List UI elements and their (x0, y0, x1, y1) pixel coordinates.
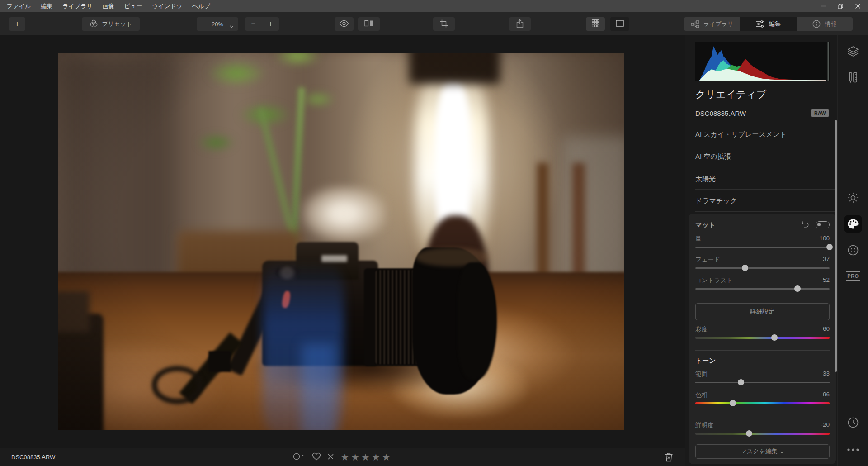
trash-icon[interactable] (665, 452, 673, 464)
divider (695, 416, 830, 416)
slider-track[interactable] (695, 264, 830, 271)
edit-mask-button[interactable]: マスクを編集 ⌄ (695, 444, 830, 459)
matte-enabled-toggle[interactable] (816, 221, 830, 228)
tab-label: 編集 (769, 20, 781, 28)
photo-canvas[interactable] (58, 53, 624, 430)
matte-tool-card: マット 量100フェード37コントラスト52 詳細設定 彩度60 トーン 範囲3… (689, 214, 836, 464)
slider-knob[interactable] (746, 430, 752, 437)
slider-track[interactable] (695, 379, 830, 386)
slider-knob[interactable] (771, 334, 778, 341)
slider-track[interactable] (695, 430, 830, 437)
matte-sliders: 量100フェード37コントラスト52 (695, 235, 830, 292)
slider-knob[interactable] (742, 265, 748, 271)
clear-rating-icon[interactable] (328, 453, 334, 461)
tool-item-2[interactable]: 太陽光 (695, 167, 835, 190)
rail-edit-tools-icon[interactable] (838, 68, 868, 86)
slider-row: 量100 (695, 235, 830, 251)
slider-label: 彩度 (695, 325, 708, 333)
histogram[interactable] (695, 42, 830, 81)
histogram-clipping-indicator (828, 42, 828, 81)
slider-knob[interactable] (794, 285, 801, 292)
panel-scrollbar[interactable] (835, 120, 837, 372)
slider-row: フェード37 (695, 256, 830, 271)
zoom-in-button[interactable]: + (262, 17, 279, 31)
close-icon[interactable] (854, 3, 861, 10)
slider-row: 彩度60 (695, 325, 830, 341)
main-area: DSC08835.ARW ★★★★★ クリエイティブ DSC08835.ARW … (0, 35, 868, 466)
slider-knob[interactable] (826, 244, 833, 250)
menu-item-6[interactable]: ヘルプ (187, 0, 215, 12)
library-icon (691, 20, 699, 28)
tab-info[interactable]: 情報 (797, 17, 853, 31)
chevron-down-icon (230, 23, 234, 29)
tab-library[interactable]: ライブラリ (684, 17, 740, 31)
menu-item-1[interactable]: 編集 (36, 0, 57, 12)
presets-venn-icon (90, 19, 98, 29)
menu-item-2[interactable]: ライブラリ (57, 0, 98, 12)
tool-item-3[interactable]: ドラマチック (695, 190, 835, 212)
edit-panel: クリエイティブ DSC08835.ARW RAW AI スカイ・リプレースメント… (685, 35, 837, 466)
rail-history-clock-icon[interactable] (838, 414, 868, 432)
reset-undo-icon[interactable] (801, 220, 809, 229)
menu-item-3[interactable]: 画像 (98, 0, 119, 12)
maximize-icon[interactable] (837, 3, 844, 10)
favorite-heart-icon[interactable] (312, 452, 321, 462)
tool-rail: PRO (837, 35, 868, 466)
compare-before-after-button[interactable] (358, 17, 380, 31)
rail-portrait-face-icon[interactable] (838, 241, 868, 259)
single-view-button[interactable] (610, 17, 629, 31)
presets-button[interactable]: プリセット (82, 17, 140, 31)
slider-value: 60 (823, 325, 830, 333)
slider-track[interactable] (695, 334, 830, 341)
rating-controls: ★★★★★ (0, 448, 685, 466)
export-share-button[interactable] (509, 17, 531, 31)
slider-value: 37 (823, 256, 830, 264)
rail-pro-icon[interactable]: PRO (838, 267, 868, 285)
rail-more-dots-icon[interactable] (838, 441, 868, 459)
slider-knob[interactable] (738, 379, 744, 385)
tool-item-0[interactable]: AI スカイ・リプレースメント (695, 123, 835, 145)
canvas-area: DSC08835.ARW ★★★★★ (0, 35, 685, 448)
menu-item-5[interactable]: ウインドウ (147, 0, 187, 12)
minimize-icon[interactable] (820, 3, 826, 10)
slider-label: コントラスト (695, 276, 733, 285)
slider-track[interactable] (695, 399, 830, 407)
advanced-settings-button[interactable]: 詳細設定 (695, 303, 830, 320)
title-bar: ファイル編集ライブラリ画像ビューウインドウヘルプ (0, 0, 868, 12)
raw-format-badge: RAW (811, 109, 829, 117)
slider-knob[interactable] (730, 400, 736, 406)
rail-creative-palette-icon[interactable] (844, 215, 862, 233)
eye-icon (339, 20, 349, 29)
matte-header: マット (695, 220, 830, 230)
edit-icon (756, 20, 765, 28)
menu-item-0[interactable]: ファイル (2, 0, 36, 12)
slider-track[interactable] (695, 243, 830, 251)
slider-value: 96 (823, 391, 830, 399)
slider-row: 範囲33 (695, 370, 830, 386)
slider-value: 100 (819, 235, 830, 243)
photo-layer (58, 53, 624, 430)
creative-tool-list: AI スカイ・リプレースメントAI 空の拡張太陽光ドラマチック (695, 123, 835, 212)
rail-essentials-sun-icon[interactable] (838, 189, 868, 207)
zoom-out-button[interactable]: − (245, 17, 262, 31)
star-rating[interactable]: ★★★★★ (340, 448, 392, 466)
toolbar: + プリセット 20% − + ライブラリ編集情報 (0, 12, 868, 35)
slider-value: 52 (823, 276, 830, 285)
compare-icon (364, 20, 374, 28)
pick-state-icon[interactable] (292, 452, 305, 462)
slider-label: 範囲 (695, 370, 708, 378)
rail-layers-icon[interactable] (838, 42, 868, 60)
single-view-icon (616, 20, 624, 28)
preview-toggle-button[interactable] (335, 17, 354, 31)
slider-track[interactable] (695, 285, 830, 292)
add-image-button[interactable]: + (9, 17, 25, 31)
slider-value: 33 (823, 370, 830, 378)
zoom-level-dropdown[interactable]: 20% (197, 17, 238, 31)
menu-item-4[interactable]: ビュー (119, 0, 147, 12)
tool-item-1[interactable]: AI 空の拡張 (695, 145, 835, 167)
zoom-level-value: 20% (212, 21, 223, 28)
grid-view-button[interactable] (586, 17, 605, 31)
tab-edit[interactable]: 編集 (740, 17, 796, 31)
app-window: ファイル編集ライブラリ画像ビューウインドウヘルプ + プリセット 20% − + (0, 0, 868, 466)
crop-button[interactable] (433, 17, 455, 31)
